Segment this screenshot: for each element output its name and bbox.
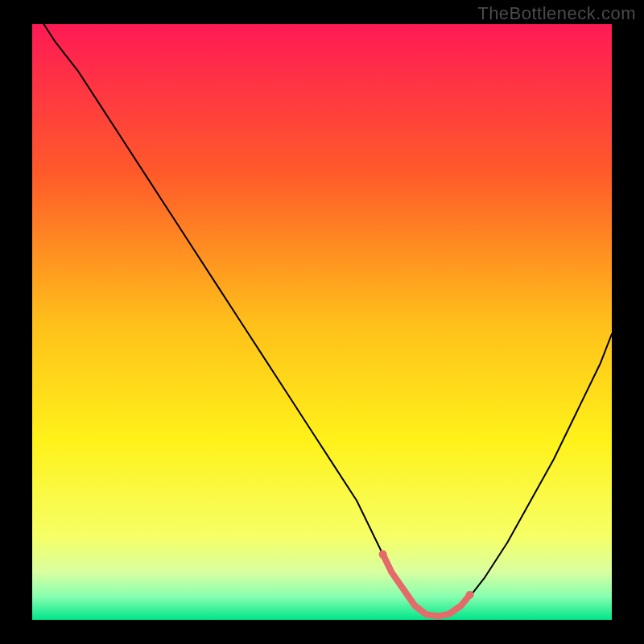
chart-frame: TheBottleneck.com <box>0 0 644 644</box>
sweet-spot-dot <box>379 551 387 559</box>
chart-svg <box>32 24 612 620</box>
gradient-background <box>32 24 612 620</box>
chart-plot <box>32 24 612 620</box>
watermark-text: TheBottleneck.com <box>477 3 636 24</box>
sweet-spot-dot <box>466 591 474 599</box>
